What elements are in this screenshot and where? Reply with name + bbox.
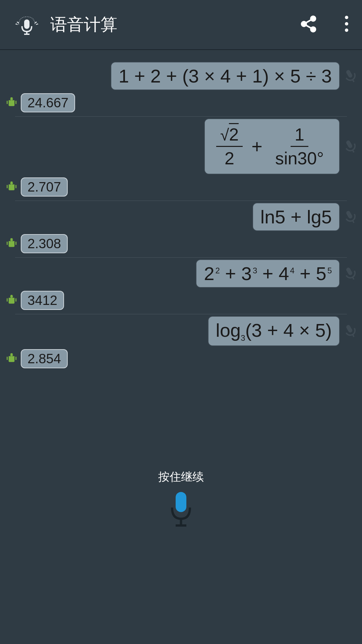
input-bubble[interactable]: ln5 + lg5 [252,203,340,231]
log-expression: log3(3 + 4 × 5) [216,319,332,343]
fraction-expression: √2 2 + 1 sin30° [214,124,330,168]
svg-line-26 [353,220,354,223]
svg-rect-25 [346,210,353,219]
svg-point-5 [311,27,315,32]
svg-rect-0 [24,19,29,29]
logo-area: 语音计算 [13,11,117,38]
svg-line-19 [353,150,354,152]
conversation-block: ln5 + lg5 2.308 [0,201,362,258]
voice-hint-text: 按住继续 [158,469,204,485]
input-bubble[interactable]: log3(3 + 4 × 5) [208,316,340,346]
svg-rect-35 [7,298,8,302]
result-value: 24.667 [27,95,68,110]
user-mic-icon [340,65,362,87]
input-bubble[interactable]: √2 2 + 1 sin30° [204,118,340,174]
input-row: 22 + 33 + 44 + 55 [0,258,362,289]
svg-rect-46 [176,492,186,512]
svg-rect-42 [7,357,8,360]
result-bubble[interactable]: 24.667 [21,93,75,112]
conversation-block: 22 + 33 + 44 + 55 3412 [0,258,362,314]
svg-point-23 [10,182,11,183]
svg-point-8 [345,16,348,19]
svg-point-3 [311,16,315,21]
voice-input-area: 按住继续 [0,469,362,527]
power-expression: 22 + 33 + 44 + 55 [204,263,332,284]
svg-rect-14 [7,101,8,104]
logo-mic-icon [13,11,40,38]
input-expression: 1 + 2 + (3 × 4 + 1) × 5 ÷ 3 [119,65,332,87]
svg-point-44 [10,354,11,355]
conversation-block: √2 2 + 1 sin30° 2.707 [0,117,362,201]
svg-line-33 [353,277,354,279]
app-title: 语音计算 [50,13,117,36]
user-mic-icon [340,206,362,228]
input-row: √2 2 + 1 sin30° [0,117,362,176]
svg-point-17 [12,98,13,99]
svg-rect-15 [15,101,16,104]
input-row: log3(3 + 4 × 5) [0,314,362,348]
android-icon [6,352,17,366]
result-row: 2.707 [15,176,347,201]
app-header: 语音计算 [0,0,362,50]
svg-rect-11 [346,69,353,78]
svg-rect-43 [15,357,16,360]
svg-line-40 [353,334,354,337]
result-value: 3412 [27,293,57,308]
svg-point-4 [302,22,306,26]
voice-record-button[interactable] [168,490,194,527]
result-bubble[interactable]: 2.854 [21,349,68,368]
result-value: 2.707 [27,179,61,194]
conversation-block: 1 + 2 + (3 × 4 + 1) × 5 ÷ 3 24.667 [0,60,362,117]
svg-line-6 [306,20,311,23]
svg-rect-39 [346,324,353,333]
svg-rect-22 [15,185,16,188]
conversation-block: log3(3 + 4 × 5) 2.854 [0,314,362,372]
svg-rect-32 [346,267,353,276]
svg-point-38 [12,296,13,296]
svg-rect-36 [15,298,16,302]
menu-overflow-icon[interactable] [345,15,349,35]
share-icon[interactable] [299,15,318,35]
android-icon [6,180,17,194]
input-expression: ln5 + lg5 [260,206,332,228]
result-value: 2.308 [27,236,61,251]
svg-rect-28 [7,241,8,245]
android-icon [6,294,17,307]
svg-line-7 [306,25,311,28]
svg-point-45 [12,354,13,355]
svg-point-30 [10,239,11,239]
result-row: 2.854 [15,348,347,372]
android-icon [6,96,17,110]
svg-rect-29 [15,241,16,245]
svg-point-16 [10,98,11,99]
result-bubble[interactable]: 2.707 [21,177,68,197]
svg-point-31 [12,239,13,239]
user-mic-icon [340,263,362,285]
result-row: 2.308 [15,233,347,258]
svg-point-9 [345,22,348,25]
input-bubble[interactable]: 22 + 33 + 44 + 55 [196,259,340,288]
result-bubble[interactable]: 3412 [21,291,64,310]
input-row: 1 + 2 + (3 × 4 + 1) × 5 ÷ 3 [0,60,362,92]
android-icon [6,237,17,251]
svg-point-10 [345,29,348,32]
result-row: 24.667 [15,92,347,117]
conversation-list: 1 + 2 + (3 × 4 + 1) × 5 ÷ 3 24.667 √2 2 [0,50,362,372]
svg-rect-18 [346,140,353,149]
input-bubble[interactable]: 1 + 2 + (3 × 4 + 1) × 5 ÷ 3 [111,62,340,90]
user-mic-icon [340,136,362,158]
svg-line-12 [353,79,354,82]
result-bubble[interactable]: 2.308 [21,234,68,253]
svg-rect-21 [7,185,8,188]
user-mic-icon [340,320,362,342]
svg-point-37 [10,296,11,296]
header-actions [299,15,349,35]
svg-point-24 [12,182,13,183]
result-value: 2.854 [27,351,61,366]
result-row: 3412 [15,289,347,314]
input-row: ln5 + lg5 [0,201,362,233]
